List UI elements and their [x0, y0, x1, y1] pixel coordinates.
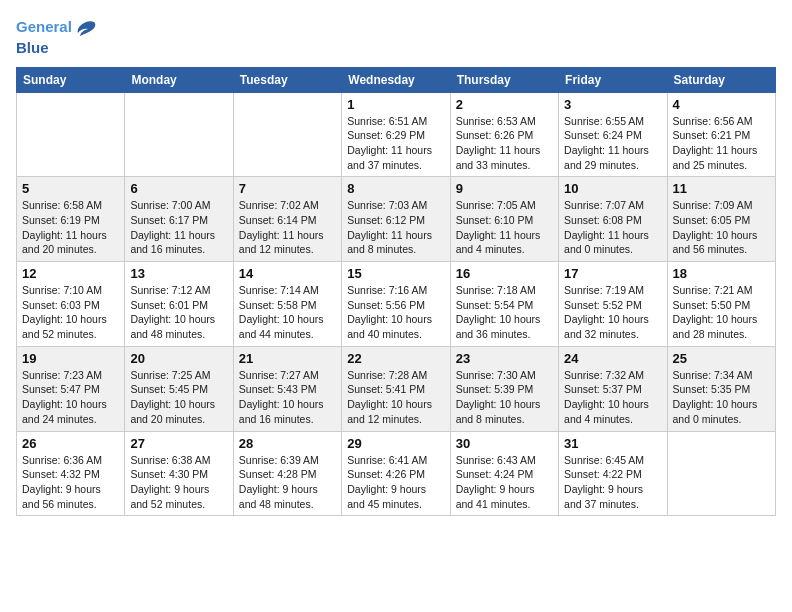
day-number: 24: [564, 351, 661, 366]
day-number: 13: [130, 266, 227, 281]
day-cell: 1Sunrise: 6:51 AM Sunset: 6:29 PM Daylig…: [342, 92, 450, 177]
day-number: 26: [22, 436, 119, 451]
day-info: Sunrise: 7:19 AM Sunset: 5:52 PM Dayligh…: [564, 283, 661, 342]
day-cell: 27Sunrise: 6:38 AM Sunset: 4:30 PM Dayli…: [125, 431, 233, 516]
day-number: 25: [673, 351, 770, 366]
day-cell: 20Sunrise: 7:25 AM Sunset: 5:45 PM Dayli…: [125, 346, 233, 431]
day-number: 18: [673, 266, 770, 281]
day-number: 23: [456, 351, 553, 366]
day-info: Sunrise: 6:43 AM Sunset: 4:24 PM Dayligh…: [456, 453, 553, 512]
header-tuesday: Tuesday: [233, 67, 341, 92]
day-number: 22: [347, 351, 444, 366]
week-row-2: 5Sunrise: 6:58 AM Sunset: 6:19 PM Daylig…: [17, 177, 776, 262]
day-info: Sunrise: 7:03 AM Sunset: 6:12 PM Dayligh…: [347, 198, 444, 257]
day-cell: 17Sunrise: 7:19 AM Sunset: 5:52 PM Dayli…: [559, 262, 667, 347]
day-number: 9: [456, 181, 553, 196]
day-info: Sunrise: 7:28 AM Sunset: 5:41 PM Dayligh…: [347, 368, 444, 427]
day-cell: 3Sunrise: 6:55 AM Sunset: 6:24 PM Daylig…: [559, 92, 667, 177]
day-info: Sunrise: 7:30 AM Sunset: 5:39 PM Dayligh…: [456, 368, 553, 427]
day-cell: 31Sunrise: 6:45 AM Sunset: 4:22 PM Dayli…: [559, 431, 667, 516]
day-info: Sunrise: 7:18 AM Sunset: 5:54 PM Dayligh…: [456, 283, 553, 342]
day-info: Sunrise: 6:55 AM Sunset: 6:24 PM Dayligh…: [564, 114, 661, 173]
day-info: Sunrise: 6:39 AM Sunset: 4:28 PM Dayligh…: [239, 453, 336, 512]
logo-text: General Blue: [16, 16, 98, 57]
day-info: Sunrise: 7:09 AM Sunset: 6:05 PM Dayligh…: [673, 198, 770, 257]
day-number: 19: [22, 351, 119, 366]
day-info: Sunrise: 6:58 AM Sunset: 6:19 PM Dayligh…: [22, 198, 119, 257]
header-row: SundayMondayTuesdayWednesdayThursdayFrid…: [17, 67, 776, 92]
day-number: 3: [564, 97, 661, 112]
day-number: 10: [564, 181, 661, 196]
day-info: Sunrise: 7:27 AM Sunset: 5:43 PM Dayligh…: [239, 368, 336, 427]
day-cell: 7Sunrise: 7:02 AM Sunset: 6:14 PM Daylig…: [233, 177, 341, 262]
day-number: 27: [130, 436, 227, 451]
day-info: Sunrise: 7:23 AM Sunset: 5:47 PM Dayligh…: [22, 368, 119, 427]
day-cell: 25Sunrise: 7:34 AM Sunset: 5:35 PM Dayli…: [667, 346, 775, 431]
day-cell: 2Sunrise: 6:53 AM Sunset: 6:26 PM Daylig…: [450, 92, 558, 177]
day-number: 8: [347, 181, 444, 196]
day-info: Sunrise: 7:32 AM Sunset: 5:37 PM Dayligh…: [564, 368, 661, 427]
day-cell: [667, 431, 775, 516]
day-cell: 9Sunrise: 7:05 AM Sunset: 6:10 PM Daylig…: [450, 177, 558, 262]
week-row-1: 1Sunrise: 6:51 AM Sunset: 6:29 PM Daylig…: [17, 92, 776, 177]
day-cell: 19Sunrise: 7:23 AM Sunset: 5:47 PM Dayli…: [17, 346, 125, 431]
day-number: 31: [564, 436, 661, 451]
day-cell: 11Sunrise: 7:09 AM Sunset: 6:05 PM Dayli…: [667, 177, 775, 262]
day-cell: 10Sunrise: 7:07 AM Sunset: 6:08 PM Dayli…: [559, 177, 667, 262]
day-cell: [233, 92, 341, 177]
day-number: 6: [130, 181, 227, 196]
day-cell: [125, 92, 233, 177]
day-info: Sunrise: 6:53 AM Sunset: 6:26 PM Dayligh…: [456, 114, 553, 173]
day-number: 14: [239, 266, 336, 281]
header-thursday: Thursday: [450, 67, 558, 92]
day-info: Sunrise: 7:25 AM Sunset: 5:45 PM Dayligh…: [130, 368, 227, 427]
day-cell: 15Sunrise: 7:16 AM Sunset: 5:56 PM Dayli…: [342, 262, 450, 347]
week-row-3: 12Sunrise: 7:10 AM Sunset: 6:03 PM Dayli…: [17, 262, 776, 347]
day-cell: 6Sunrise: 7:00 AM Sunset: 6:17 PM Daylig…: [125, 177, 233, 262]
day-info: Sunrise: 7:05 AM Sunset: 6:10 PM Dayligh…: [456, 198, 553, 257]
day-number: 28: [239, 436, 336, 451]
day-number: 15: [347, 266, 444, 281]
day-info: Sunrise: 7:12 AM Sunset: 6:01 PM Dayligh…: [130, 283, 227, 342]
day-cell: 29Sunrise: 6:41 AM Sunset: 4:26 PM Dayli…: [342, 431, 450, 516]
day-cell: 21Sunrise: 7:27 AM Sunset: 5:43 PM Dayli…: [233, 346, 341, 431]
day-number: 29: [347, 436, 444, 451]
logo-general: General: [16, 18, 72, 35]
day-number: 7: [239, 181, 336, 196]
top-bar: General Blue: [16, 16, 776, 61]
logo-blue: Blue: [16, 39, 49, 56]
day-info: Sunrise: 6:56 AM Sunset: 6:21 PM Dayligh…: [673, 114, 770, 173]
calendar-table: SundayMondayTuesdayWednesdayThursdayFrid…: [16, 67, 776, 517]
day-cell: 18Sunrise: 7:21 AM Sunset: 5:50 PM Dayli…: [667, 262, 775, 347]
day-number: 4: [673, 97, 770, 112]
day-info: Sunrise: 7:14 AM Sunset: 5:58 PM Dayligh…: [239, 283, 336, 342]
day-number: 2: [456, 97, 553, 112]
day-cell: 22Sunrise: 7:28 AM Sunset: 5:41 PM Dayli…: [342, 346, 450, 431]
day-cell: 13Sunrise: 7:12 AM Sunset: 6:01 PM Dayli…: [125, 262, 233, 347]
day-cell: 5Sunrise: 6:58 AM Sunset: 6:19 PM Daylig…: [17, 177, 125, 262]
day-number: 12: [22, 266, 119, 281]
day-number: 16: [456, 266, 553, 281]
day-cell: 23Sunrise: 7:30 AM Sunset: 5:39 PM Dayli…: [450, 346, 558, 431]
day-info: Sunrise: 7:00 AM Sunset: 6:17 PM Dayligh…: [130, 198, 227, 257]
header-friday: Friday: [559, 67, 667, 92]
header-monday: Monday: [125, 67, 233, 92]
day-number: 20: [130, 351, 227, 366]
day-cell: 30Sunrise: 6:43 AM Sunset: 4:24 PM Dayli…: [450, 431, 558, 516]
day-number: 1: [347, 97, 444, 112]
day-cell: 24Sunrise: 7:32 AM Sunset: 5:37 PM Dayli…: [559, 346, 667, 431]
day-cell: 4Sunrise: 6:56 AM Sunset: 6:21 PM Daylig…: [667, 92, 775, 177]
header-sunday: Sunday: [17, 67, 125, 92]
day-info: Sunrise: 7:16 AM Sunset: 5:56 PM Dayligh…: [347, 283, 444, 342]
header-wednesday: Wednesday: [342, 67, 450, 92]
day-number: 30: [456, 436, 553, 451]
day-number: 17: [564, 266, 661, 281]
header-saturday: Saturday: [667, 67, 775, 92]
day-cell: 14Sunrise: 7:14 AM Sunset: 5:58 PM Dayli…: [233, 262, 341, 347]
day-cell: [17, 92, 125, 177]
day-cell: 28Sunrise: 6:39 AM Sunset: 4:28 PM Dayli…: [233, 431, 341, 516]
day-info: Sunrise: 7:21 AM Sunset: 5:50 PM Dayligh…: [673, 283, 770, 342]
day-cell: 16Sunrise: 7:18 AM Sunset: 5:54 PM Dayli…: [450, 262, 558, 347]
day-info: Sunrise: 7:34 AM Sunset: 5:35 PM Dayligh…: [673, 368, 770, 427]
day-cell: 8Sunrise: 7:03 AM Sunset: 6:12 PM Daylig…: [342, 177, 450, 262]
